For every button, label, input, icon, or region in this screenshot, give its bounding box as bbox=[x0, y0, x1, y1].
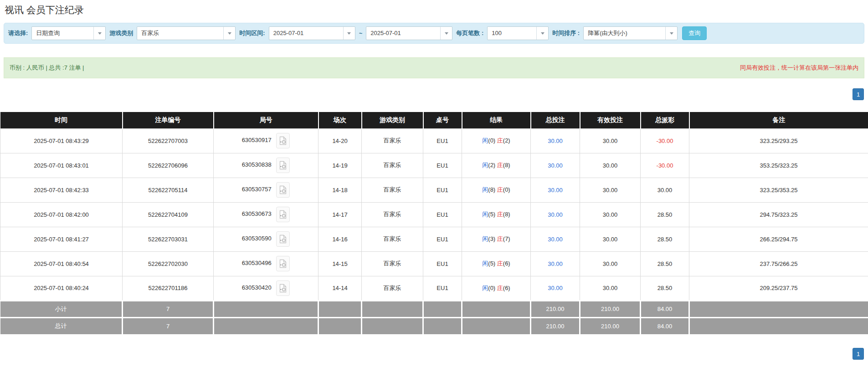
subtotal-payout: 84.00 bbox=[641, 301, 689, 317]
subtotal-row: 小计 7 210.00 210.00 84.00 bbox=[0, 301, 868, 317]
cell-valid-bet: 30.00 bbox=[580, 202, 641, 227]
cell-remark: 266.25/294.75 bbox=[689, 227, 868, 251]
total-bet-link[interactable]: 30.00 bbox=[548, 285, 563, 291]
chevron-down-icon[interactable] bbox=[93, 27, 105, 40]
player-result-label: 闲 bbox=[482, 162, 488, 168]
empty-cell bbox=[214, 301, 318, 317]
player-result-value: (2) bbox=[488, 162, 495, 168]
cell-bet-id: 522622704109 bbox=[123, 202, 214, 227]
video-replay-button[interactable] bbox=[276, 280, 290, 296]
column-header: 备注 bbox=[689, 112, 868, 128]
cell-table-no: EU1 bbox=[423, 227, 462, 251]
table-row: 2025-07-01 08:42:33 522622705114 6305307… bbox=[0, 178, 868, 202]
player-result-label: 闲 bbox=[482, 235, 488, 242]
chevron-down-icon[interactable] bbox=[665, 27, 677, 40]
page-size-select[interactable]: 100 bbox=[487, 26, 549, 40]
cell-time: 2025-07-01 08:40:54 bbox=[0, 251, 123, 276]
total-payout: 84.00 bbox=[641, 317, 689, 334]
sort-order-value: 降冪(由大到小) bbox=[584, 27, 665, 40]
round-id-text: 630530757 bbox=[242, 186, 272, 193]
banker-result-label: 庄 bbox=[497, 137, 503, 144]
cell-round-id: 630530673 bbox=[214, 202, 318, 227]
total-row: 总计 7 210.00 210.00 84.00 bbox=[0, 317, 868, 334]
banker-result-value: (6) bbox=[503, 285, 510, 291]
total-bet-link[interactable]: 30.00 bbox=[548, 260, 563, 267]
date-from-value: 2025-07-01 bbox=[269, 27, 343, 40]
cell-game-type: 百家乐 bbox=[362, 227, 423, 251]
banker-result-label: 庄 bbox=[497, 260, 503, 267]
date-mode-select[interactable]: 日期查询 bbox=[31, 26, 106, 40]
video-replay-button[interactable] bbox=[276, 231, 290, 247]
cell-remark: 323.25/353.25 bbox=[689, 178, 868, 202]
cell-round-id: 630530757 bbox=[214, 178, 318, 202]
round-id-text: 630530420 bbox=[242, 284, 272, 291]
total-bet-link[interactable]: 30.00 bbox=[548, 138, 563, 144]
empty-cell bbox=[423, 317, 462, 334]
chevron-down-icon[interactable] bbox=[223, 27, 235, 40]
column-header: 场次 bbox=[318, 112, 362, 128]
cell-valid-bet: 30.00 bbox=[580, 153, 641, 178]
date-to-picker[interactable]: 2025-07-01 bbox=[366, 26, 452, 40]
cell-session: 14-18 bbox=[318, 178, 362, 202]
player-result-value: (0) bbox=[488, 137, 495, 144]
cell-table-no: EU1 bbox=[423, 276, 462, 301]
page-title: 视讯 会员下注纪录 bbox=[5, 4, 868, 16]
cell-bet-id: 522622705114 bbox=[123, 178, 214, 202]
cell-table-no: EU1 bbox=[423, 251, 462, 276]
empty-cell bbox=[462, 301, 531, 317]
player-result-label: 闲 bbox=[482, 285, 488, 291]
subtotal-label: 小计 bbox=[0, 301, 123, 317]
game-type-select[interactable]: 百家乐 bbox=[137, 26, 236, 40]
total-bet-link[interactable]: 30.00 bbox=[548, 187, 563, 194]
banker-result-label: 庄 bbox=[497, 162, 503, 168]
column-header: 总投注 bbox=[531, 112, 580, 128]
pagination-top: 1 bbox=[4, 88, 864, 100]
player-result-value: (0) bbox=[488, 285, 495, 291]
cell-time: 2025-07-01 08:42:33 bbox=[0, 178, 123, 202]
summary-bar: 币别 : 人民币 | 总共 :7 注单 | 同局有效投注，统一计算在该局第一张注… bbox=[4, 57, 864, 78]
video-replay-button[interactable] bbox=[276, 256, 290, 271]
round-id-text: 630530673 bbox=[242, 210, 272, 217]
chevron-down-icon[interactable] bbox=[343, 27, 355, 40]
player-result-value: (8) bbox=[488, 186, 495, 193]
banker-result-label: 庄 bbox=[497, 235, 503, 242]
total-bet-link[interactable]: 30.00 bbox=[548, 236, 563, 243]
total-bet-link[interactable]: 30.00 bbox=[548, 162, 563, 169]
cell-total-bet: 30.00 bbox=[531, 276, 580, 301]
video-replay-button[interactable] bbox=[276, 158, 290, 173]
cell-session: 14-19 bbox=[318, 153, 362, 178]
cell-game-type: 百家乐 bbox=[362, 178, 423, 202]
pagination-page-1[interactable]: 1 bbox=[853, 348, 864, 360]
table-row: 2025-07-01 08:43:29 522622707003 6305309… bbox=[0, 128, 868, 153]
cell-bet-id: 522622702030 bbox=[123, 251, 214, 276]
video-replay-button[interactable] bbox=[276, 182, 290, 198]
search-button[interactable]: 查询 bbox=[682, 26, 707, 40]
pagination-bottom: 1 bbox=[4, 348, 864, 360]
date-from-picker[interactable]: 2025-07-01 bbox=[269, 26, 355, 40]
video-replay-button[interactable] bbox=[276, 207, 290, 222]
cell-bet-id: 522622706096 bbox=[123, 153, 214, 178]
cell-valid-bet: 30.00 bbox=[580, 251, 641, 276]
player-result-value: (3) bbox=[488, 235, 495, 242]
cell-result: 闲(8) 庄(0) bbox=[462, 178, 531, 202]
cell-total-bet: 30.00 bbox=[531, 128, 580, 153]
total-bet-link[interactable]: 30.00 bbox=[548, 211, 563, 218]
chevron-down-icon[interactable] bbox=[536, 27, 548, 40]
cell-game-type: 百家乐 bbox=[362, 251, 423, 276]
player-result-value: (5) bbox=[488, 260, 495, 267]
column-header: 结果 bbox=[462, 112, 531, 128]
table-row: 2025-07-01 08:43:01 522622706096 6305308… bbox=[0, 153, 868, 178]
video-file-icon bbox=[279, 234, 287, 244]
cell-total-bet: 30.00 bbox=[531, 251, 580, 276]
cell-remark: 323.25/293.25 bbox=[689, 128, 868, 153]
pagination-page-1[interactable]: 1 bbox=[853, 88, 864, 100]
sort-order-select[interactable]: 降冪(由大到小) bbox=[583, 26, 678, 40]
chevron-down-icon[interactable] bbox=[440, 27, 452, 40]
empty-cell bbox=[689, 301, 868, 317]
subtotal-total-bet: 210.00 bbox=[531, 301, 580, 317]
cell-table-no: EU1 bbox=[423, 202, 462, 227]
table-row: 2025-07-01 08:41:27 522622703031 6305305… bbox=[0, 227, 868, 251]
cell-time: 2025-07-01 08:42:00 bbox=[0, 202, 123, 227]
banker-result-label: 庄 bbox=[497, 186, 503, 193]
video-replay-button[interactable] bbox=[276, 133, 290, 148]
